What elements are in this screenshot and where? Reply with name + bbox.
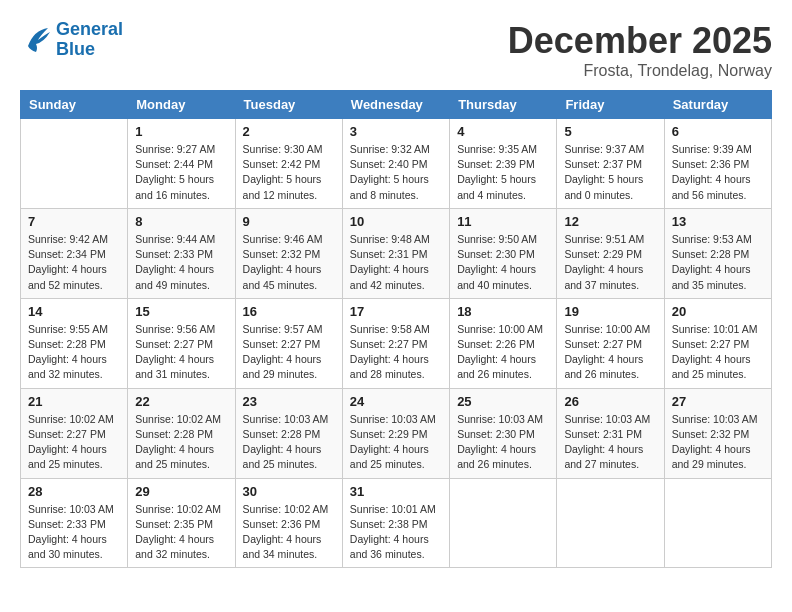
- logo-text: General Blue: [56, 20, 123, 60]
- day-number: 24: [350, 394, 442, 409]
- day-cell: [21, 119, 128, 209]
- day-cell: 28Sunrise: 10:03 AM Sunset: 2:33 PM Dayl…: [21, 478, 128, 568]
- day-number: 16: [243, 304, 335, 319]
- day-number: 29: [135, 484, 227, 499]
- day-info: Sunrise: 10:02 AM Sunset: 2:35 PM Daylig…: [135, 502, 227, 563]
- day-cell: 11Sunrise: 9:50 AM Sunset: 2:30 PM Dayli…: [450, 208, 557, 298]
- day-cell: 13Sunrise: 9:53 AM Sunset: 2:28 PM Dayli…: [664, 208, 771, 298]
- day-number: 6: [672, 124, 764, 139]
- day-cell: [450, 478, 557, 568]
- day-info: Sunrise: 9:44 AM Sunset: 2:33 PM Dayligh…: [135, 232, 227, 293]
- day-info: Sunrise: 10:02 AM Sunset: 2:28 PM Daylig…: [135, 412, 227, 473]
- day-cell: 31Sunrise: 10:01 AM Sunset: 2:38 PM Dayl…: [342, 478, 449, 568]
- column-header-friday: Friday: [557, 91, 664, 119]
- day-cell: 10Sunrise: 9:48 AM Sunset: 2:31 PM Dayli…: [342, 208, 449, 298]
- title-block: December 2025 Frosta, Trondelag, Norway: [508, 20, 772, 80]
- day-info: Sunrise: 9:50 AM Sunset: 2:30 PM Dayligh…: [457, 232, 549, 293]
- page-header: General Blue December 2025 Frosta, Trond…: [20, 20, 772, 80]
- day-cell: 8Sunrise: 9:44 AM Sunset: 2:33 PM Daylig…: [128, 208, 235, 298]
- day-cell: 5Sunrise: 9:37 AM Sunset: 2:37 PM Daylig…: [557, 119, 664, 209]
- calendar-header-row: SundayMondayTuesdayWednesdayThursdayFrid…: [21, 91, 772, 119]
- location: Frosta, Trondelag, Norway: [508, 62, 772, 80]
- day-cell: 12Sunrise: 9:51 AM Sunset: 2:29 PM Dayli…: [557, 208, 664, 298]
- logo-icon: [20, 26, 52, 54]
- day-cell: 2Sunrise: 9:30 AM Sunset: 2:42 PM Daylig…: [235, 119, 342, 209]
- day-info: Sunrise: 9:53 AM Sunset: 2:28 PM Dayligh…: [672, 232, 764, 293]
- day-cell: [557, 478, 664, 568]
- day-cell: 24Sunrise: 10:03 AM Sunset: 2:29 PM Dayl…: [342, 388, 449, 478]
- day-number: 9: [243, 214, 335, 229]
- day-number: 8: [135, 214, 227, 229]
- week-row-4: 28Sunrise: 10:03 AM Sunset: 2:33 PM Dayl…: [21, 478, 772, 568]
- day-number: 26: [564, 394, 656, 409]
- calendar-body: 1Sunrise: 9:27 AM Sunset: 2:44 PM Daylig…: [21, 119, 772, 568]
- day-cell: 9Sunrise: 9:46 AM Sunset: 2:32 PM Daylig…: [235, 208, 342, 298]
- month-title: December 2025: [508, 20, 772, 62]
- day-info: Sunrise: 10:03 AM Sunset: 2:31 PM Daylig…: [564, 412, 656, 473]
- column-header-monday: Monday: [128, 91, 235, 119]
- day-cell: 14Sunrise: 9:55 AM Sunset: 2:28 PM Dayli…: [21, 298, 128, 388]
- day-number: 23: [243, 394, 335, 409]
- day-cell: 20Sunrise: 10:01 AM Sunset: 2:27 PM Dayl…: [664, 298, 771, 388]
- day-info: Sunrise: 9:42 AM Sunset: 2:34 PM Dayligh…: [28, 232, 120, 293]
- day-number: 18: [457, 304, 549, 319]
- column-header-tuesday: Tuesday: [235, 91, 342, 119]
- day-cell: 25Sunrise: 10:03 AM Sunset: 2:30 PM Dayl…: [450, 388, 557, 478]
- week-row-3: 21Sunrise: 10:02 AM Sunset: 2:27 PM Dayl…: [21, 388, 772, 478]
- day-info: Sunrise: 10:00 AM Sunset: 2:26 PM Daylig…: [457, 322, 549, 383]
- day-info: Sunrise: 9:39 AM Sunset: 2:36 PM Dayligh…: [672, 142, 764, 203]
- day-info: Sunrise: 10:03 AM Sunset: 2:30 PM Daylig…: [457, 412, 549, 473]
- day-cell: 27Sunrise: 10:03 AM Sunset: 2:32 PM Dayl…: [664, 388, 771, 478]
- day-info: Sunrise: 9:57 AM Sunset: 2:27 PM Dayligh…: [243, 322, 335, 383]
- day-number: 10: [350, 214, 442, 229]
- day-info: Sunrise: 9:51 AM Sunset: 2:29 PM Dayligh…: [564, 232, 656, 293]
- day-info: Sunrise: 10:00 AM Sunset: 2:27 PM Daylig…: [564, 322, 656, 383]
- day-number: 14: [28, 304, 120, 319]
- day-number: 31: [350, 484, 442, 499]
- day-cell: 26Sunrise: 10:03 AM Sunset: 2:31 PM Dayl…: [557, 388, 664, 478]
- day-info: Sunrise: 9:56 AM Sunset: 2:27 PM Dayligh…: [135, 322, 227, 383]
- day-cell: 15Sunrise: 9:56 AM Sunset: 2:27 PM Dayli…: [128, 298, 235, 388]
- day-number: 2: [243, 124, 335, 139]
- day-number: 4: [457, 124, 549, 139]
- day-cell: 19Sunrise: 10:00 AM Sunset: 2:27 PM Dayl…: [557, 298, 664, 388]
- day-number: 5: [564, 124, 656, 139]
- day-info: Sunrise: 9:30 AM Sunset: 2:42 PM Dayligh…: [243, 142, 335, 203]
- day-number: 3: [350, 124, 442, 139]
- day-info: Sunrise: 9:46 AM Sunset: 2:32 PM Dayligh…: [243, 232, 335, 293]
- day-info: Sunrise: 9:55 AM Sunset: 2:28 PM Dayligh…: [28, 322, 120, 383]
- day-number: 28: [28, 484, 120, 499]
- day-number: 27: [672, 394, 764, 409]
- day-cell: 23Sunrise: 10:03 AM Sunset: 2:28 PM Dayl…: [235, 388, 342, 478]
- logo: General Blue: [20, 20, 123, 60]
- day-number: 17: [350, 304, 442, 319]
- day-info: Sunrise: 10:03 AM Sunset: 2:29 PM Daylig…: [350, 412, 442, 473]
- day-info: Sunrise: 10:03 AM Sunset: 2:33 PM Daylig…: [28, 502, 120, 563]
- day-info: Sunrise: 9:35 AM Sunset: 2:39 PM Dayligh…: [457, 142, 549, 203]
- day-number: 7: [28, 214, 120, 229]
- day-cell: 7Sunrise: 9:42 AM Sunset: 2:34 PM Daylig…: [21, 208, 128, 298]
- day-cell: 21Sunrise: 10:02 AM Sunset: 2:27 PM Dayl…: [21, 388, 128, 478]
- day-info: Sunrise: 10:01 AM Sunset: 2:38 PM Daylig…: [350, 502, 442, 563]
- day-number: 15: [135, 304, 227, 319]
- day-info: Sunrise: 9:27 AM Sunset: 2:44 PM Dayligh…: [135, 142, 227, 203]
- column-header-wednesday: Wednesday: [342, 91, 449, 119]
- day-cell: [664, 478, 771, 568]
- day-cell: 1Sunrise: 9:27 AM Sunset: 2:44 PM Daylig…: [128, 119, 235, 209]
- day-cell: 16Sunrise: 9:57 AM Sunset: 2:27 PM Dayli…: [235, 298, 342, 388]
- day-info: Sunrise: 9:32 AM Sunset: 2:40 PM Dayligh…: [350, 142, 442, 203]
- day-cell: 17Sunrise: 9:58 AM Sunset: 2:27 PM Dayli…: [342, 298, 449, 388]
- day-number: 19: [564, 304, 656, 319]
- day-info: Sunrise: 9:37 AM Sunset: 2:37 PM Dayligh…: [564, 142, 656, 203]
- column-header-thursday: Thursday: [450, 91, 557, 119]
- day-info: Sunrise: 10:02 AM Sunset: 2:36 PM Daylig…: [243, 502, 335, 563]
- week-row-2: 14Sunrise: 9:55 AM Sunset: 2:28 PM Dayli…: [21, 298, 772, 388]
- week-row-1: 7Sunrise: 9:42 AM Sunset: 2:34 PM Daylig…: [21, 208, 772, 298]
- day-number: 11: [457, 214, 549, 229]
- day-info: Sunrise: 10:02 AM Sunset: 2:27 PM Daylig…: [28, 412, 120, 473]
- day-info: Sunrise: 9:58 AM Sunset: 2:27 PM Dayligh…: [350, 322, 442, 383]
- day-cell: 29Sunrise: 10:02 AM Sunset: 2:35 PM Dayl…: [128, 478, 235, 568]
- calendar-table: SundayMondayTuesdayWednesdayThursdayFrid…: [20, 90, 772, 568]
- day-cell: 6Sunrise: 9:39 AM Sunset: 2:36 PM Daylig…: [664, 119, 771, 209]
- day-info: Sunrise: 10:03 AM Sunset: 2:28 PM Daylig…: [243, 412, 335, 473]
